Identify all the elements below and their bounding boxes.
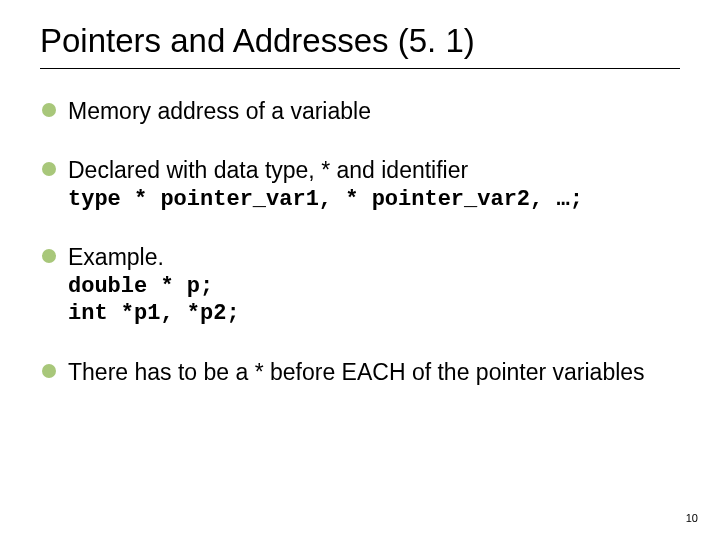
bullet-text-4: There has to be a * before EACH of the p… [68,359,645,385]
bullet-text-3: Example. [68,244,164,270]
slide-title: Pointers and Addresses (5. 1) [40,22,680,60]
bullet-item-2: Declared with data type, * and identifie… [40,156,680,213]
code-line-example-1: double * p; [68,273,680,301]
code-line-example-2: int *p1, *p2; [68,300,680,328]
bullet-text-2: Declared with data type, * and identifie… [68,157,468,183]
bullet-item-1: Memory address of a variable [40,97,680,126]
bullet-list: Memory address of a variable Declared wi… [40,97,680,387]
bullet-item-3: Example. double * p; int *p1, *p2; [40,243,680,327]
code-line-declaration: type * pointer_var1, * pointer_var2, …; [68,186,680,214]
bullet-text-1: Memory address of a variable [68,98,371,124]
slide: Pointers and Addresses (5. 1) Memory add… [0,0,720,540]
page-number: 10 [686,512,698,524]
title-rule [40,68,680,69]
bullet-item-4: There has to be a * before EACH of the p… [40,358,680,387]
